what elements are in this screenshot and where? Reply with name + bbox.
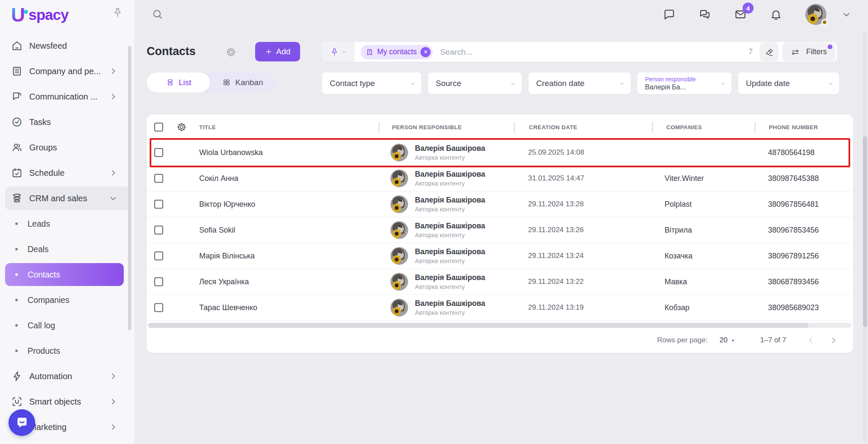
- filters-button[interactable]: Filters: [782, 42, 835, 61]
- contact-title[interactable]: Віктор Юрченко: [199, 200, 255, 209]
- column-divider[interactable]: [652, 122, 653, 133]
- next-page-button[interactable]: [829, 336, 838, 345]
- chip-remove-icon[interactable]: ×: [420, 47, 431, 57]
- scrollbar-thumb[interactable]: [148, 323, 809, 328]
- mail-button[interactable]: 4: [734, 8, 747, 21]
- feedback-chat-icon[interactable]: [663, 8, 676, 21]
- sidebar-pin-icon[interactable]: [112, 7, 123, 18]
- creation-date: 31.01.2025 14:47: [528, 174, 584, 183]
- pinned-filter-button[interactable]: [322, 42, 355, 62]
- column-header-title[interactable]: TITLE: [199, 124, 216, 130]
- company[interactable]: Вітрила: [665, 226, 692, 235]
- sidebar-item-crm-and-sales[interactable]: CRM and sales: [5, 186, 129, 210]
- company[interactable]: Козачка: [665, 252, 693, 261]
- messenger-icon[interactable]: [698, 8, 711, 21]
- table-settings-gear-icon[interactable]: [176, 122, 187, 132]
- clear-search-button[interactable]: [760, 42, 779, 61]
- company[interactable]: Polplast: [665, 200, 692, 209]
- responsible-name[interactable]: Валерія Башкірова: [415, 222, 485, 230]
- contact-title[interactable]: Wiola Urbanowska: [199, 148, 263, 157]
- column-divider[interactable]: [378, 122, 380, 133]
- page-scrollbar-thumb[interactable]: [863, 136, 867, 327]
- column-divider[interactable]: [514, 122, 515, 133]
- creation-date: 29.11.2024 13:28: [528, 200, 584, 208]
- user-avatar[interactable]: [805, 4, 826, 25]
- notifications-bell-icon[interactable]: [770, 8, 782, 21]
- select-all-checkbox[interactable]: [154, 122, 163, 131]
- contact-title[interactable]: Сокіл Анна: [199, 174, 238, 183]
- kanban-view-label: Kanban: [235, 78, 263, 87]
- sidebar-item-call-log[interactable]: Call log: [0, 313, 134, 338]
- table-horizontal-scrollbar[interactable]: [148, 323, 851, 328]
- view-toggle-kanban[interactable]: Kanban: [210, 72, 275, 92]
- eraser-icon: [765, 47, 774, 57]
- company[interactable]: Viter.Winter: [665, 174, 704, 183]
- contact-title[interactable]: Тарас Шевченко: [199, 303, 257, 312]
- company[interactable]: Кобзар: [665, 303, 690, 312]
- search-input[interactable]: Search...: [440, 47, 748, 57]
- sidebar-item-companies[interactable]: Companies: [0, 287, 134, 313]
- table-row[interactable]: Віктор Юрченко Валерія БашкіроваАвторка …: [147, 191, 853, 217]
- sidebar-item-communication[interactable]: Communication ...: [0, 84, 134, 109]
- responsible-name[interactable]: Валерія Башкірова: [415, 247, 485, 256]
- filter-contact-type[interactable]: Contact type: [322, 72, 421, 94]
- filter-update-date[interactable]: Update date: [738, 72, 839, 94]
- table-row[interactable]: Тарас Шевченко Валерія БашкіроваАвторка …: [147, 295, 853, 321]
- chat-launcher-button[interactable]: [8, 409, 35, 436]
- filter-source[interactable]: Source: [428, 72, 522, 94]
- row-checkbox[interactable]: [154, 278, 163, 286]
- responsible-name[interactable]: Валерія Башкірова: [415, 273, 485, 282]
- user-menu-chevron-icon[interactable]: [842, 10, 851, 19]
- table-row[interactable]: Сокіл Анна Валерія БашкіроваАвторка конт…: [147, 166, 853, 191]
- sidebar-item-groups[interactable]: Groups: [0, 135, 134, 160]
- sidebar-item-leads[interactable]: Leads: [0, 211, 134, 236]
- row-checkbox[interactable]: [154, 303, 163, 312]
- sidebar-item-company-and-pe[interactable]: Company and pe...: [0, 58, 134, 84]
- contact-title[interactable]: Леся Українка: [199, 278, 249, 286]
- sidebar-item-newsfeed[interactable]: Newsfeed: [0, 33, 134, 58]
- rows-per-page-select[interactable]: 20: [720, 336, 737, 344]
- table-row[interactable]: Леся Українка Валерія БашкіроваАвторка к…: [147, 269, 853, 295]
- company[interactable]: Мавка: [665, 278, 687, 286]
- table-row[interactable]: Марія Вілінська Валерія БашкіроваАвторка…: [147, 243, 853, 269]
- responsible-name[interactable]: Валерія Башкірова: [415, 144, 485, 153]
- sidebar-item-tasks[interactable]: Tasks: [0, 109, 134, 135]
- filter-person-responsible[interactable]: Person responsibleВалерія Ба...: [637, 72, 732, 94]
- sidebar-item-contacts[interactable]: Contacts: [5, 263, 124, 286]
- column-divider[interactable]: [754, 122, 756, 133]
- table-row[interactable]: Wiola Urbanowska Валерія БашкіроваАвторк…: [147, 140, 853, 166]
- sidebar-item-label: Contacts: [28, 270, 60, 280]
- row-checkbox[interactable]: [154, 174, 163, 183]
- sidebar-item-deals[interactable]: Deals: [0, 236, 134, 262]
- responsible-name[interactable]: Валерія Башкірова: [415, 196, 485, 205]
- page-settings-gear-icon[interactable]: [225, 47, 236, 58]
- table-row[interactable]: Sofia Sokil Валерія БашкіроваАвторка кон…: [147, 217, 853, 243]
- groups-icon: [11, 142, 23, 153]
- contact-title[interactable]: Марія Вілінська: [199, 252, 255, 261]
- sidebar-item-automation[interactable]: Automation: [0, 364, 134, 389]
- column-header-creation-date[interactable]: CREATION DATE: [529, 124, 577, 130]
- row-checkbox[interactable]: [154, 252, 163, 261]
- sidebar-scrollbar[interactable]: [128, 46, 131, 330]
- my-contacts-chip[interactable]: My contacts ×: [361, 45, 433, 59]
- previous-page-button[interactable]: [807, 336, 815, 345]
- add-contact-button[interactable]: Add: [255, 42, 300, 61]
- row-checkbox[interactable]: [154, 200, 163, 209]
- filter-creation-date[interactable]: Creation date: [529, 72, 631, 94]
- responsible-name[interactable]: Валерія Башкірова: [415, 299, 485, 308]
- uspacy-logo[interactable]: U spacy: [11, 3, 68, 26]
- sidebar-item-products[interactable]: Products: [0, 338, 134, 364]
- row-checkbox[interactable]: [154, 148, 163, 157]
- column-header-companies[interactable]: COMPANIES: [666, 124, 702, 130]
- column-header-phone-number[interactable]: PHONE NUMBER: [769, 124, 818, 130]
- view-toggle-list[interactable]: List: [147, 72, 210, 92]
- sidebar-item-schedule[interactable]: Schedule: [0, 160, 134, 186]
- search-results-count: 7: [748, 47, 753, 56]
- contact-title[interactable]: Sofia Sokil: [199, 226, 235, 235]
- page-scrollbar[interactable]: [863, 31, 867, 442]
- phone-number: 380987645388: [768, 174, 819, 183]
- row-checkbox[interactable]: [154, 226, 163, 235]
- responsible-name[interactable]: Валерія Башкірова: [415, 170, 485, 179]
- global-search-icon[interactable]: [152, 8, 163, 20]
- column-header-person-responsible[interactable]: PERSON RESPONSIBLE: [392, 124, 462, 130]
